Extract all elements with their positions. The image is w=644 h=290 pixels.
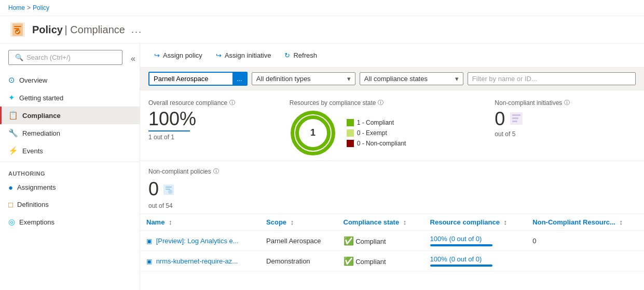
metrics-row: Overall resource compliance ⓘ 100% 1 out…: [140, 90, 644, 161]
non-compliant-policies-title: Non-compliant policies ⓘ: [148, 167, 636, 175]
cell-scope: Parnell Aerospace: [260, 231, 337, 251]
col-compliance-state[interactable]: Compliance state ↕: [337, 214, 424, 231]
svg-rect-11: [512, 117, 518, 119]
cell-name: ▣ [Preview]: Log Analytics e...: [140, 231, 260, 251]
sidebar-item-label: Exemptions: [19, 218, 54, 226]
policy-icon: [8, 20, 27, 39]
progress-bar: [430, 244, 492, 246]
sort-icon: ↕: [620, 218, 623, 226]
getting-started-icon: ✦: [8, 93, 15, 102]
assign-policy-button[interactable]: ↪ Assign policy: [148, 48, 208, 63]
col-non-compliant-resources[interactable]: Non-Compliant Resourc... ↕: [526, 214, 644, 231]
chevron-down-icon: ▾: [455, 75, 459, 83]
sidebar-item-exemptions[interactable]: ◎ Exemptions: [0, 213, 140, 231]
legend-non-compliant: 0 - Non-compliant: [347, 140, 406, 147]
table-row: ▣ nrms-kubernet-require-az... Demonstrat…: [140, 251, 644, 271]
assign-initiative-button[interactable]: ↪ Assign initiative: [210, 48, 277, 63]
initiatives-icon: [509, 111, 524, 127]
sidebar-item-label: Remediation: [22, 129, 60, 137]
filter-bar: ... All definition types ▾ All complianc…: [140, 68, 644, 90]
refresh-icon: ↻: [284, 51, 290, 59]
overall-compliance-title: Overall resource compliance ⓘ: [148, 99, 277, 107]
sort-icon: ↕: [169, 218, 172, 226]
sidebar-item-remediation[interactable]: 🔧 Remediation: [0, 124, 140, 142]
sort-icon: ↕: [504, 218, 508, 226]
info-icon: ⓘ: [378, 99, 383, 107]
compliance-states-dropdown[interactable]: All compliance states ▾: [360, 72, 463, 85]
resource-compliance-link[interactable]: 100% (0 out of 0): [430, 255, 482, 263]
cell-name: ▣ nrms-kubernet-require-az...: [140, 251, 260, 271]
sidebar-item-compliance[interactable]: 📋 Compliance: [0, 107, 140, 124]
overall-compliance-value: 100%: [148, 110, 277, 128]
resource-compliance-link[interactable]: 100% (0 out of 0): [430, 235, 482, 243]
breadcrumb-home[interactable]: Home: [8, 4, 25, 11]
scope-ellipsis-button[interactable]: ...: [232, 73, 246, 85]
sort-icon: ↕: [403, 218, 407, 226]
info-icon: ⓘ: [229, 99, 235, 107]
policy-name-link[interactable]: [Preview]: Log Analytics e...: [156, 237, 239, 245]
exemptions-icon: ◎: [8, 217, 15, 227]
sidebar-item-overview[interactable]: ⊙ Overview: [0, 71, 140, 89]
row-icon: ▣: [146, 238, 152, 245]
svg-rect-12: [512, 121, 517, 122]
legend-exempt: 0 - Exempt: [347, 129, 406, 137]
sidebar-item-label: Definitions: [17, 201, 49, 208]
cell-compliance-state: ✅ Compliant: [337, 251, 424, 271]
non-compliant-policies-block: Non-compliant policies ⓘ 0 out of 54: [140, 161, 644, 214]
toolbar: ↪ Assign policy ↪ Assign initiative ↻ Re…: [140, 44, 644, 68]
donut-container: 1 1 - Compliant 0 - Exempt: [290, 110, 483, 156]
sidebar-item-assignments[interactable]: ● Assignments: [0, 179, 140, 196]
svg-text:1: 1: [310, 127, 316, 138]
compliant-color: [347, 119, 354, 126]
scope-filter-group[interactable]: ...: [148, 72, 248, 86]
col-scope[interactable]: Scope ↕: [260, 214, 337, 231]
compliant-icon: ✅: [344, 236, 354, 245]
overview-icon: ⊙: [8, 75, 15, 85]
scope-filter-input[interactable]: [149, 73, 232, 85]
sidebar-item-definitions[interactable]: □ Definitions: [0, 196, 140, 213]
non-compliant-color: [347, 140, 354, 147]
content-area: ↪ Assign policy ↪ Assign initiative ↻ Re…: [140, 44, 644, 290]
policy-name-link[interactable]: nrms-kubernet-require-az...: [156, 257, 238, 265]
sidebar-item-label: Getting started: [19, 94, 63, 102]
non-compliant-initiatives-value: 0: [495, 110, 505, 128]
info-icon: ⓘ: [213, 167, 219, 175]
cell-scope: Demonstration: [260, 251, 337, 271]
row-icon: ▣: [146, 258, 152, 265]
non-compliant-initiatives-title: Non-compliant initiatives ⓘ: [495, 99, 623, 107]
cell-resource-compliance: 100% (0 out of 0): [424, 231, 527, 251]
svg-rect-14: [166, 187, 172, 188]
overall-compliance-sub: 1 out of 1: [148, 130, 190, 141]
exempt-color: [347, 129, 354, 137]
sidebar-item-label: Overview: [19, 76, 47, 84]
sidebar-item-events[interactable]: ⚡ Events: [0, 142, 140, 160]
overall-compliance-block: Overall resource compliance ⓘ 100% 1 out…: [148, 99, 290, 141]
non-compliant-policies-value: 0: [148, 178, 636, 200]
main-layout: 🔍 « ⊙ Overview ✦ Getting started 📋 Compl…: [0, 44, 644, 290]
definition-types-dropdown[interactable]: All definition types ▾: [252, 72, 355, 85]
cell-compliance-state: ✅ Compliant: [337, 231, 424, 251]
sidebar-collapse-button[interactable]: «: [131, 54, 135, 63]
assign-initiative-icon: ↪: [216, 51, 222, 59]
svg-point-16: [168, 190, 172, 194]
donut-chart-title: Resources by compliance state ⓘ: [290, 99, 483, 107]
donut-chart: 1: [290, 110, 336, 156]
svg-rect-15: [166, 189, 170, 190]
search-input[interactable]: [26, 54, 116, 61]
sidebar-item-getting-started[interactable]: ✦ Getting started: [0, 89, 140, 107]
breadcrumb-policy[interactable]: Policy: [33, 4, 49, 11]
sidebar-item-label: Compliance: [22, 112, 61, 120]
remediation-icon: 🔧: [8, 128, 18, 138]
legend-compliant: 1 - Compliant: [347, 119, 406, 126]
search-icon: 🔍: [15, 54, 23, 61]
definitions-icon: □: [8, 200, 13, 209]
sidebar-search-box[interactable]: 🔍: [8, 50, 122, 65]
name-id-filter-input[interactable]: Filter by name or ID...: [468, 72, 636, 85]
svg-rect-4: [14, 28, 19, 29]
col-resource-compliance[interactable]: Resource compliance ↕: [424, 214, 527, 231]
chevron-down-icon: ▾: [347, 75, 351, 83]
header-ellipsis-button[interactable]: ...: [131, 24, 142, 35]
refresh-button[interactable]: ↻ Refresh: [279, 48, 323, 63]
non-compliant-policies-sub: out of 54: [148, 202, 636, 209]
col-name[interactable]: Name ↕: [140, 214, 260, 231]
